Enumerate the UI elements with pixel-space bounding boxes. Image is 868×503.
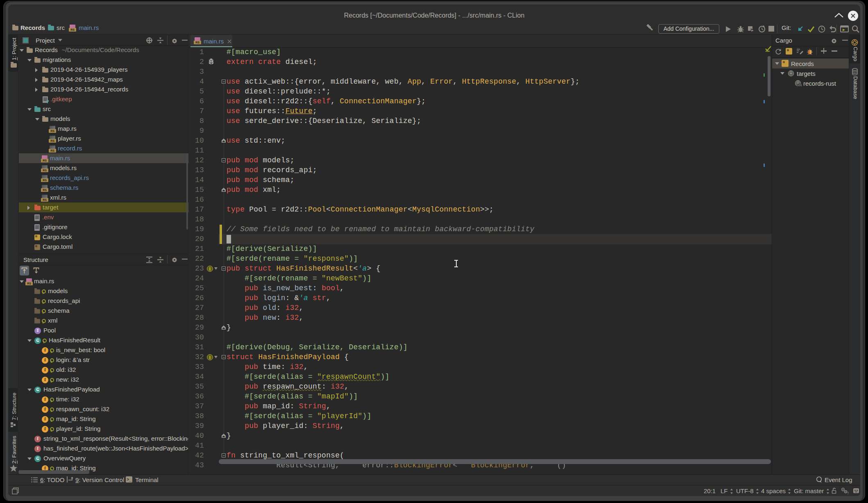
svg-text:?: ? <box>847 491 849 494</box>
